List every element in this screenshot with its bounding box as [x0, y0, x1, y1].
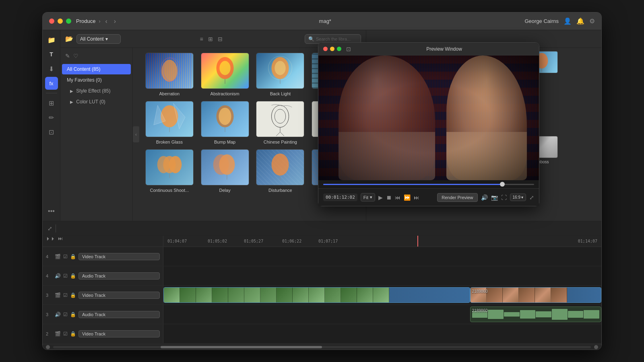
- track-label-3-video[interactable]: Video Track: [78, 292, 160, 299]
- track-check-icon[interactable]: ☑: [63, 312, 68, 317]
- play-button[interactable]: ▶: [378, 194, 383, 201]
- sidebar-item-favorites[interactable]: My Favorites (0): [62, 75, 131, 85]
- skip-icon[interactable]: ⏭: [58, 236, 63, 241]
- skip-forward-button[interactable]: ⏭: [414, 194, 419, 201]
- svg-point-5: [219, 61, 230, 75]
- track-row-4-video: 4 🎬 ☑ 🔒 Video Track: [43, 247, 601, 266]
- sidebar-collapse-button[interactable]: ‹: [133, 126, 139, 142]
- maximize-button[interactable]: [66, 19, 71, 24]
- stop-button[interactable]: ⏹: [386, 194, 392, 201]
- effect-label-disturbance: Disturbance: [268, 188, 292, 193]
- pen-toolbar-icon[interactable]: ✏: [45, 111, 58, 124]
- track-lock-icon[interactable]: 🔒: [70, 273, 76, 279]
- content-dropdown[interactable]: All Content ▾: [76, 34, 121, 44]
- expand-icon[interactable]: ⤢: [529, 194, 534, 201]
- notification-icon[interactable]: 🔔: [576, 17, 584, 25]
- effects-toolbar-icon[interactable]: fx: [45, 77, 58, 90]
- audio-icon[interactable]: 🔊: [481, 194, 488, 201]
- effect-item-chinese-painting-1[interactable]: Chinese Painting: [255, 101, 306, 144]
- effect-item-continuous-shoot[interactable]: Continuous Shoot...: [144, 149, 195, 193]
- preview-minimize-button[interactable]: [330, 47, 334, 51]
- effect-thumb-disturbance: [256, 149, 304, 185]
- preview-close-button[interactable]: [323, 47, 328, 51]
- fit-dropdown[interactable]: Fit ▾: [361, 193, 375, 202]
- text-toolbar-icon[interactable]: T: [45, 48, 58, 61]
- sidebar-item-all-content[interactable]: All Content (85): [62, 64, 131, 74]
- more-toolbar-icon[interactable]: •••: [45, 205, 58, 218]
- track-lock-icon[interactable]: 🔒: [70, 312, 76, 317]
- forward-arrow-icon[interactable]: ›: [112, 17, 118, 26]
- selection-toolbar-icon[interactable]: ⊞: [45, 97, 58, 109]
- face-frame: [487, 288, 503, 302]
- nav-chevron-icon: ›: [99, 19, 100, 24]
- track-check-icon[interactable]: ☑: [63, 331, 68, 337]
- title-text: mag*: [319, 18, 331, 24]
- scroll-dot-end[interactable]: [594, 345, 598, 349]
- effect-item-delay[interactable]: Delay: [200, 149, 250, 193]
- wave-bar: [568, 311, 584, 318]
- effect-item-broken-glass[interactable]: Broken Glass: [144, 101, 195, 144]
- effect-label-delay: Delay: [219, 188, 231, 193]
- play-all-icon[interactable]: ⏵⏵: [46, 236, 56, 241]
- folder-toolbar-icon[interactable]: 📁: [45, 33, 58, 46]
- fast-forward-button[interactable]: ⏩: [404, 194, 411, 201]
- back-arrow-icon[interactable]: ‹: [103, 17, 109, 26]
- track-header-3-video: 3 🎬 ☑ 🔒 Video Track: [43, 286, 163, 304]
- list-view-icon[interactable]: ≡: [198, 34, 204, 44]
- effect-item-bump-map[interactable]: Bump Map: [200, 101, 250, 144]
- import-toolbar-icon[interactable]: ⬇: [45, 62, 58, 75]
- edit-filter-icon[interactable]: ✎: [65, 53, 70, 59]
- horizontal-scrollbar[interactable]: [53, 346, 591, 348]
- sidebar-item-color-lut[interactable]: ▶ Color LUT (0): [62, 97, 131, 107]
- track-check-icon[interactable]: ☑: [63, 254, 68, 259]
- clip-id-label: 2189860: [472, 289, 488, 294]
- video-clip-3b[interactable]: 2189860: [470, 287, 601, 303]
- track-label-2-video[interactable]: Video Track: [78, 330, 160, 337]
- aspect-ratio-selector[interactable]: 16:9 ▾: [510, 193, 526, 201]
- audio-clip-3[interactable]: 2189860: [470, 306, 601, 322]
- window-title: mag*: [126, 18, 524, 24]
- user-icon[interactable]: 👤: [564, 17, 572, 25]
- effect-item-aberration[interactable]: Aberration: [144, 53, 195, 96]
- favorite-filter-icon[interactable]: ♡: [73, 53, 78, 59]
- scroll-dot[interactable]: [46, 345, 50, 349]
- effect-item-disturbance[interactable]: Disturbance: [255, 149, 306, 193]
- fullscreen-icon[interactable]: ⛶: [501, 194, 507, 201]
- preview-progress-bar[interactable]: [318, 180, 539, 188]
- grid-view-icon[interactable]: ⊞: [206, 34, 215, 44]
- large-grid-view-icon[interactable]: ⊟: [216, 34, 224, 44]
- track-check-icon[interactable]: ☑: [63, 292, 68, 298]
- rewind-button[interactable]: ⏮: [395, 194, 400, 201]
- effect-item-abstractionism[interactable]: Abstractionism: [200, 53, 250, 96]
- snapshot-icon[interactable]: 📷: [491, 194, 498, 201]
- track-lock-icon[interactable]: 🔒: [70, 331, 76, 337]
- sidebar-item-style-effect[interactable]: ▶ Style Effect (85): [62, 86, 131, 96]
- preview-maximize-button[interactable]: [337, 47, 341, 51]
- render-preview-button[interactable]: Render Preview: [437, 193, 477, 202]
- track-label-4-video[interactable]: Video Track: [78, 253, 160, 260]
- timeline-track[interactable]: [323, 184, 534, 185]
- track-lock-icon[interactable]: 🔒: [70, 292, 76, 298]
- video-track-icon: 🎬: [55, 292, 61, 298]
- track-label-4-audio[interactable]: Audio Track: [78, 272, 160, 280]
- track-content-3-audio: 2189860: [163, 305, 601, 324]
- track-header-4-audio: 4 🔊 ☑ 🔒 Audio Track: [43, 266, 163, 285]
- audio-clip-id: 2189860: [472, 309, 488, 313]
- scroll-thumb[interactable]: [161, 346, 322, 348]
- track-num: 3: [46, 293, 52, 298]
- timeline-expand-icon[interactable]: ⤢: [47, 225, 52, 232]
- effect-label-chinese-painting-1: Chinese Painting: [264, 140, 297, 144]
- timeline-handle[interactable]: [500, 182, 505, 187]
- track-label-3-audio[interactable]: Audio Track: [78, 311, 160, 318]
- video-clip-3[interactable]: [163, 287, 470, 303]
- settings-icon[interactable]: ⚙: [589, 17, 595, 25]
- crop-toolbar-icon[interactable]: ⊡: [45, 125, 58, 138]
- face-frame: [551, 288, 567, 302]
- minimize-button[interactable]: [58, 19, 63, 24]
- track-lock-icon[interactable]: 🔒: [70, 254, 76, 259]
- close-button[interactable]: [49, 19, 54, 24]
- preview-window-icon: ⊡: [346, 46, 351, 52]
- timeline-toolbar: ⤢: [43, 221, 601, 236]
- track-check-icon[interactable]: ☑: [63, 273, 68, 279]
- effect-item-back-light[interactable]: Back Light: [255, 53, 306, 96]
